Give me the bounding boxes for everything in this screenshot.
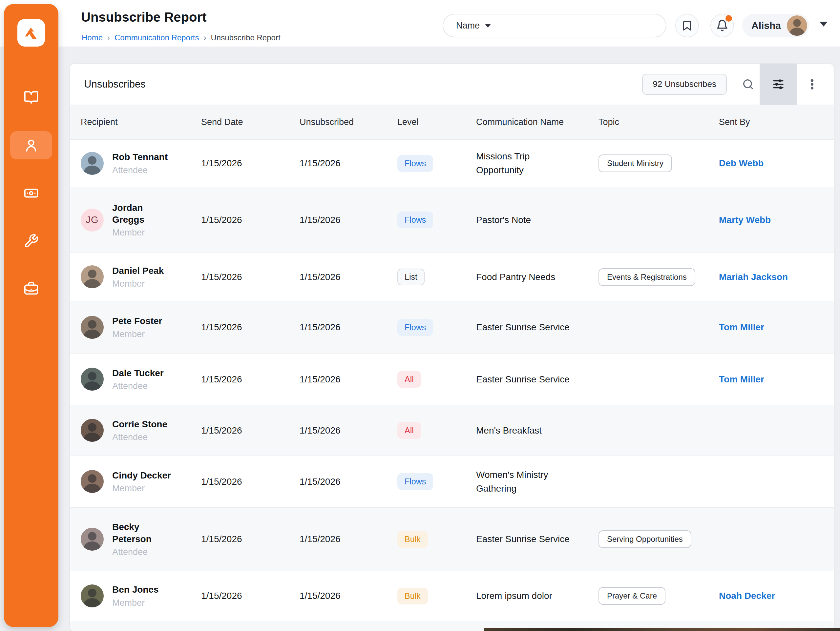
sent-by-link[interactable]: Deb Webb (719, 158, 764, 168)
sent-by-link[interactable]: Mariah Jackson (719, 272, 788, 282)
grid-search-button[interactable] (737, 64, 759, 105)
table-body: Rob Tennant Attendee 1/15/2026 1/15/2026… (70, 140, 834, 621)
communication-name-cell: Missions Trip Opportunity (476, 150, 598, 177)
avatar (81, 368, 104, 391)
table-row[interactable]: Ben Jones Member 1/15/2026 1/15/2026 Bul… (70, 571, 834, 621)
communication-name-cell: Lorem ipsum dolor (476, 589, 598, 603)
unsubscribed-date-cell: 1/15/2026 (300, 374, 397, 385)
sidebar-nav (10, 83, 52, 303)
avatar (81, 470, 104, 493)
recipient-name: Jordan Greggs (112, 202, 145, 226)
unsubscribed-date-cell: 1/15/2026 (300, 158, 397, 169)
recipient-text: Jordan Greggs Member (112, 202, 145, 238)
table-row[interactable]: Becky Peterson Attendee 1/15/2026 1/15/2… (70, 508, 834, 571)
recipient-role: Member (112, 329, 163, 339)
recipient-role: Member (112, 483, 171, 494)
recipient-role: Attendee (112, 165, 168, 175)
unsubscribes-panel: Unsubscribes 92 Unsubscribes Recipient S… (69, 63, 834, 631)
sent-by-cell: Noah Decker (719, 591, 834, 601)
unsubscribed-date-cell: 1/15/2026 (300, 425, 397, 436)
breadcrumb-current: Unsubscribe Report (211, 33, 280, 42)
level-cell: Flows (397, 473, 476, 490)
notifications-button[interactable] (711, 14, 734, 37)
topic-pill: Student Ministry (598, 155, 672, 172)
recipient-text: Ben Jones Member (112, 584, 159, 608)
user-menu-caret-icon[interactable] (819, 22, 827, 27)
breadcrumb: Home › Communication Reports › Unsubscri… (82, 33, 281, 42)
communication-name-cell: Easter Sunrise Service (476, 372, 598, 386)
search-filter-dropdown[interactable]: Name (443, 14, 504, 37)
table-row[interactable]: Corrie Stone Attendee 1/15/2026 1/15/202… (70, 405, 834, 456)
send-date-cell: 1/15/2026 (201, 591, 300, 601)
breadcrumb-communication-reports[interactable]: Communication Reports (115, 33, 199, 42)
column-header-level: Level (397, 117, 476, 127)
table-row[interactable]: Dale Tucker Attendee 1/15/2026 1/15/2026… (70, 353, 834, 405)
recipient-role: Member (112, 279, 164, 289)
sliders-icon (771, 77, 785, 91)
topic-cell: Student Ministry (598, 155, 719, 172)
recipient-name: Corrie Stone (112, 418, 167, 430)
rock-logo[interactable] (17, 19, 45, 47)
level-cell: Bulk (397, 531, 476, 548)
sent-by-link[interactable]: Noah Decker (719, 591, 775, 601)
avatar (81, 152, 104, 175)
column-header-sent-by: Sent By (719, 117, 834, 127)
user-menu[interactable]: Alisha (742, 14, 809, 37)
table-row[interactable]: Rob Tennant Attendee 1/15/2026 1/15/2026… (70, 140, 834, 187)
send-date-cell: 1/15/2026 (201, 322, 300, 333)
level-cell: All (397, 422, 476, 439)
table-row[interactable]: JG Jordan Greggs Member 1/15/2026 1/15/2… (70, 187, 834, 253)
recipient-cell: Rob Tennant Attendee (81, 151, 201, 175)
send-date-cell: 1/15/2026 (201, 374, 300, 385)
bookmark-icon (681, 20, 693, 32)
sidebar-item-tools[interactable] (10, 227, 52, 255)
communication-name-cell: Pastor's Note (476, 213, 598, 227)
level-cell: Flows (397, 319, 476, 336)
unsubscribed-date-cell: 1/15/2026 (300, 534, 397, 544)
table-row[interactable]: Daniel Peak Member 1/15/2026 1/15/2026 L… (70, 253, 834, 301)
level-cell: List (397, 268, 476, 286)
recipient-name: Daniel Peak (112, 265, 164, 277)
table-header: Recipient Send Date Unsubscribed Level C… (70, 105, 834, 140)
sent-by-link[interactable]: Marty Webb (719, 215, 771, 225)
recipient-text: Corrie Stone Attendee (112, 418, 167, 442)
level-cell: Flows (397, 155, 476, 172)
column-header-send-date: Send Date (201, 117, 300, 127)
table-row[interactable]: Pete Foster Member 1/15/2026 1/15/2026 F… (70, 301, 834, 353)
book-open-icon (24, 90, 39, 105)
sidebar-item-library[interactable] (10, 83, 52, 112)
topic-pill: Events & Registrations (598, 268, 695, 286)
unsubscribe-count-button[interactable]: 92 Unsubscribes (642, 74, 727, 95)
search-input[interactable] (504, 14, 666, 37)
level-badge: All (397, 422, 421, 439)
sent-by-link[interactable]: Tom Miller (719, 374, 764, 384)
recipient-name: Ben Jones (112, 584, 159, 596)
sidebar-item-work[interactable] (10, 275, 52, 303)
grid-options-button[interactable] (797, 64, 827, 105)
sent-by-link[interactable]: Tom Miller (719, 322, 764, 332)
bookmark-button[interactable] (675, 14, 699, 37)
table-row[interactable]: Cindy Decker Member 1/15/2026 1/15/2026 … (70, 456, 834, 508)
sidebar-item-finance[interactable] (10, 179, 52, 207)
sent-by-cell: Deb Webb (719, 158, 834, 169)
send-date-cell: 1/15/2026 (201, 425, 300, 436)
column-header-topic: Topic (598, 117, 719, 127)
grid-filter-button[interactable] (759, 64, 797, 105)
banknote-icon (24, 186, 39, 201)
breadcrumb-home[interactable]: Home (82, 33, 103, 42)
person-icon (24, 138, 39, 153)
recipient-text: Cindy Decker Member (112, 470, 171, 494)
sidebar-item-people[interactable] (10, 131, 52, 159)
send-date-cell: 1/15/2026 (201, 158, 300, 169)
level-badge: Flows (397, 211, 433, 228)
recipient-name: Dale Tucker (112, 367, 164, 379)
recipient-role: Attendee (112, 547, 152, 557)
sent-by-cell: Tom Miller (719, 322, 834, 333)
rock-logo-icon (22, 24, 40, 42)
topic-cell: Prayer & Care (598, 587, 719, 605)
recipient-role: Member (112, 227, 145, 238)
send-date-cell: 1/15/2026 (201, 215, 300, 225)
level-badge: List (397, 268, 425, 286)
user-name: Alisha (752, 20, 781, 31)
recipient-cell: Dale Tucker Attendee (81, 367, 201, 391)
